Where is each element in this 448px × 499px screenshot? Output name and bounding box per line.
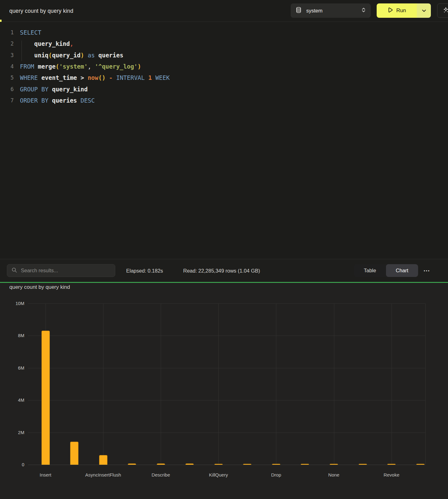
elapsed-stat: Elapsed: 0.182s <box>126 259 163 282</box>
view-toggle-table[interactable]: Table <box>354 264 386 277</box>
bar <box>99 455 107 465</box>
code-token: > <box>81 74 84 81</box>
code-token <box>38 74 41 81</box>
view-toggle-chart[interactable]: Chart <box>386 264 418 277</box>
code-token <box>106 74 109 81</box>
code-token: ) <box>81 52 84 59</box>
x-axis-label: None <box>306 472 362 477</box>
gridline <box>276 303 276 465</box>
x-axis-label: AsyncInsertFlush <box>75 472 131 477</box>
code-line: 1SELECT <box>0 27 448 38</box>
bar <box>128 463 136 465</box>
gridline <box>218 303 219 465</box>
topbar: query count by query kind system <box>0 0 448 22</box>
y-axis-label: 6M <box>6 366 24 371</box>
bar <box>330 464 338 465</box>
code-line: 2 query_kind, <box>0 38 448 49</box>
code-token: DESC <box>81 97 95 104</box>
code-token <box>77 97 80 104</box>
database-icon <box>296 7 302 14</box>
code-token: merge <box>38 63 55 70</box>
chart-panel: query count by query kind 10M8M6M4M2M0In… <box>0 283 448 499</box>
gridline <box>161 303 161 465</box>
y-axis-label: 0 <box>6 462 24 467</box>
bar <box>301 464 309 465</box>
code-token: queries <box>98 52 123 59</box>
code-line: 4FROM merge('system', '^query_log') <box>0 61 448 72</box>
code-token <box>152 74 155 81</box>
line-number: 6 <box>0 86 14 92</box>
line-number: 1 <box>0 29 14 36</box>
code-token: 'system' <box>59 63 88 70</box>
code-line: 3 uniq(query_id) as queries <box>0 50 448 61</box>
line-number: 3 <box>0 52 14 58</box>
code-token: queries <box>52 97 77 104</box>
code-line-text: FROM merge('system', '^query_log') <box>14 63 141 70</box>
code-token: query_kind <box>34 40 70 47</box>
x-axis-label: Describe <box>133 472 189 477</box>
y-axis-label: 4M <box>6 398 24 403</box>
more-options-button[interactable]: ⋯ <box>422 264 432 277</box>
search-results-input[interactable] <box>21 268 111 274</box>
code-lines: 1SELECT2 query_kind,3 uniq(query_id) as … <box>0 27 448 106</box>
database-selector[interactable]: system <box>291 3 371 18</box>
x-axis-label: KillQuery <box>190 472 246 477</box>
sql-editor[interactable]: 1SELECT2 query_kind,3 uniq(query_id) as … <box>0 22 448 259</box>
code-token <box>34 63 38 70</box>
code-token: uniq <box>34 52 49 59</box>
play-icon <box>388 7 393 14</box>
code-token: , <box>70 40 73 47</box>
code-line-text: query_kind, <box>14 40 74 47</box>
code-token: WHERE <box>20 74 38 81</box>
code-line: 6GROUP BY query_kind <box>0 83 448 94</box>
bar <box>157 463 165 465</box>
code-line-text: GROUP BY query_kind <box>14 86 88 93</box>
code-token: WEEK <box>155 74 170 81</box>
read-stat: Read: 22,285,349 rows (1.04 GB) <box>183 259 260 282</box>
code-line-text: uniq(query_id) as queries <box>14 52 123 59</box>
code-line: 7ORDER BY queries DESC <box>0 95 448 106</box>
line-number: 5 <box>0 75 14 81</box>
run-options-dropdown[interactable] <box>417 3 431 18</box>
gridline <box>28 400 425 400</box>
bar <box>214 464 223 465</box>
line-number: 7 <box>0 97 14 104</box>
code-token: query_kind <box>52 86 88 93</box>
gridline <box>334 303 334 465</box>
run-split-button: Run <box>377 3 431 18</box>
code-token: query_id <box>52 52 81 59</box>
format-query-button[interactable] <box>437 3 448 18</box>
x-axis-label: Drop <box>248 472 304 477</box>
view-toggle: TableChart <box>354 264 418 277</box>
code-line-text: ORDER BY queries DESC <box>14 97 95 104</box>
chart-plot: 10M8M6M4M2M0InsertAsyncInsertFlushDescri… <box>0 283 448 499</box>
chevron-down-icon <box>422 8 426 13</box>
code-token <box>20 40 34 47</box>
code-token: ) <box>138 63 141 70</box>
code-token <box>77 74 80 81</box>
x-axis-label: Revoke <box>364 472 420 477</box>
gridline <box>28 465 425 465</box>
bar <box>272 464 280 465</box>
code-token: INTERVAL <box>116 74 145 81</box>
code-token <box>84 52 88 59</box>
code-line-text: WHERE event_time > now() - INTERVAL 1 WE… <box>14 74 170 81</box>
search-results-box <box>7 264 115 277</box>
bar <box>243 464 251 465</box>
code-token: ORDER BY <box>20 97 49 104</box>
results-toolbar: Elapsed: 0.182s Read: 22,285,349 rows (1… <box>0 259 448 282</box>
run-button-label: Run <box>396 7 406 14</box>
sparkles-icon <box>442 6 448 15</box>
sql-console: query count by query kind system <box>0 0 448 499</box>
code-token: '^query_log' <box>95 63 137 70</box>
bar <box>359 464 367 465</box>
code-token <box>84 74 88 81</box>
x-axis-label: Insert <box>17 472 74 477</box>
run-button[interactable]: Run <box>377 3 417 18</box>
code-token: as <box>88 52 95 59</box>
code-token: GROUP BY <box>20 86 49 93</box>
y-axis-label: 2M <box>6 430 24 435</box>
query-title: query count by query kind <box>9 0 73 22</box>
code-token <box>95 52 98 59</box>
code-token <box>49 86 52 93</box>
